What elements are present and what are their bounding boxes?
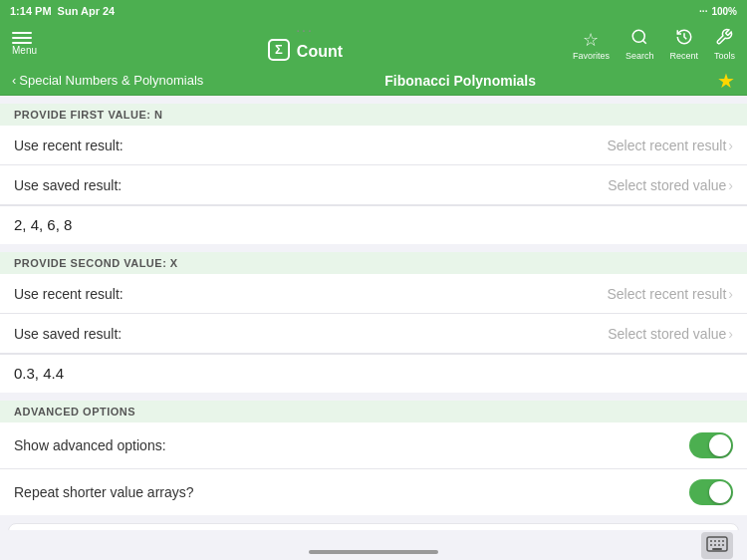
keyboard-icon[interactable] — [701, 532, 733, 559]
nav-center: ··· Σ Count — [267, 22, 343, 67]
status-day: Sun Apr 24 — [58, 5, 116, 17]
hamburger-line — [12, 37, 32, 39]
nav-bar: Menu ··· Σ Count ☆ Favorites Search — [0, 22, 747, 66]
select-recent-text-2: Select recent result — [607, 286, 726, 302]
select-saved-2[interactable]: Select stored value › — [608, 326, 733, 342]
chevron-right-icon-3: › — [728, 286, 733, 302]
toggle-knob-1 — [709, 434, 731, 456]
status-bar: 1:14 PM Sun Apr 24 ··· 100% — [0, 0, 747, 22]
main-content: PROVIDE FIRST VALUE: N Use recent result… — [0, 96, 747, 560]
repeat-shorter-row: Repeat shorter value arrays? — [0, 469, 747, 515]
repeat-shorter-toggle[interactable] — [689, 479, 733, 505]
dots-menu: ··· — [296, 22, 314, 38]
select-saved-text-1: Select stored value — [608, 177, 726, 193]
star-icon: ☆ — [583, 29, 599, 51]
advanced-header: ADVANCED OPTIONS — [0, 401, 747, 422]
select-recent-2[interactable]: Select recent result › — [607, 286, 733, 302]
tools-button[interactable]: Tools — [714, 28, 735, 61]
favorites-label: Favorites — [573, 51, 610, 61]
recent-button[interactable]: Recent — [669, 28, 698, 61]
back-button[interactable]: ‹ Special Numbers & Polynomials — [12, 73, 203, 88]
status-battery: 100% — [711, 6, 737, 17]
show-advanced-row: Show advanced options: — [0, 422, 747, 469]
recent-label-2: Use recent result: — [14, 286, 124, 302]
saved-label-1: Use saved result: — [14, 177, 122, 193]
recent-label: Recent — [669, 51, 698, 61]
hamburger-line — [12, 32, 32, 34]
recent-result-row-2[interactable]: Use recent result: Select recent result … — [0, 274, 747, 314]
title-icon: Σ — [267, 38, 291, 67]
show-advanced-label: Show advanced options: — [14, 437, 166, 453]
first-value-input[interactable] — [14, 216, 733, 233]
search-icon — [630, 28, 648, 51]
breadcrumb-current: Fibonacci Polynomials — [384, 73, 536, 89]
recent-icon — [675, 28, 693, 51]
svg-point-2 — [632, 30, 644, 42]
repeat-shorter-label: Repeat shorter value arrays? — [14, 484, 194, 500]
recent-label-1: Use recent result: — [14, 138, 124, 153]
tools-label: Tools — [714, 51, 735, 61]
second-value-input-row[interactable] — [0, 354, 747, 393]
home-indicator — [309, 550, 438, 554]
first-value-section: PROVIDE FIRST VALUE: N Use recent result… — [0, 104, 747, 244]
svg-line-3 — [643, 40, 646, 43]
chevron-right-icon-2: › — [728, 177, 733, 193]
select-saved-1[interactable]: Select stored value › — [608, 177, 733, 193]
chevron-right-icon-1: › — [728, 138, 733, 153]
saved-result-row-2[interactable]: Use saved result: Select stored value › — [0, 314, 747, 354]
menu-label: Menu — [12, 45, 37, 56]
favorite-star-icon[interactable]: ★ — [717, 69, 735, 93]
second-value-section: PROVIDE SECOND VALUE: X Use recent resul… — [0, 252, 747, 393]
nav-actions: ☆ Favorites Search Recent — [573, 28, 735, 61]
search-label: Search — [625, 51, 654, 61]
svg-text:Σ: Σ — [275, 42, 283, 57]
chevron-right-icon-4: › — [728, 326, 733, 342]
breadcrumb-back-label: Special Numbers & Polynomials — [19, 73, 203, 88]
tools-icon — [715, 28, 733, 51]
recent-result-row-1[interactable]: Use recent result: Select recent result … — [0, 126, 747, 165]
search-button[interactable]: Search — [625, 28, 654, 61]
back-chevron-icon: ‹ — [12, 73, 16, 88]
saved-result-row-1[interactable]: Use saved result: Select stored value › — [0, 165, 747, 205]
select-recent-text-1: Select recent result — [607, 138, 726, 153]
menu-button[interactable]: Menu — [12, 32, 37, 56]
hamburger-line — [12, 42, 32, 44]
saved-label-2: Use saved result: — [14, 326, 122, 342]
bottom-bar — [0, 530, 747, 560]
show-advanced-toggle[interactable] — [689, 432, 733, 458]
second-value-input[interactable] — [14, 365, 733, 382]
status-time: 1:14 PM — [10, 5, 52, 17]
breadcrumb-bar: ‹ Special Numbers & Polynomials Fibonacc… — [0, 66, 747, 96]
favorites-button[interactable]: ☆ Favorites — [573, 29, 610, 61]
select-saved-text-2: Select stored value — [608, 326, 726, 342]
advanced-options-section: ADVANCED OPTIONS Show advanced options: … — [0, 401, 747, 515]
first-value-header: PROVIDE FIRST VALUE: N — [0, 104, 747, 126]
status-dots: ··· — [699, 6, 707, 17]
second-value-header: PROVIDE SECOND VALUE: X — [0, 252, 747, 274]
select-recent-1[interactable]: Select recent result › — [607, 138, 733, 153]
first-value-input-row[interactable] — [0, 205, 747, 244]
app-title: Count — [297, 43, 343, 61]
toggle-knob-2 — [709, 481, 731, 503]
